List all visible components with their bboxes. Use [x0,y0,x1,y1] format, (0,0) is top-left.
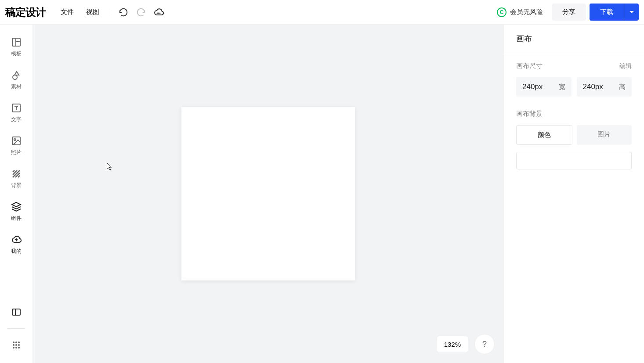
svg-point-21 [15,344,17,346]
svg-point-23 [13,347,14,349]
color-picker[interactable] [516,152,632,169]
sidebar-item-text[interactable]: 文字 [0,97,33,130]
text-icon [11,103,22,113]
redo-button[interactable] [132,4,150,21]
color-tab[interactable]: 颜色 [516,125,572,145]
sidebar-item-photo[interactable]: 照片 [0,130,33,163]
view-menu[interactable]: 视图 [80,5,105,19]
svg-line-14 [18,176,20,177]
help-button[interactable]: ? [474,334,495,354]
svg-point-19 [18,341,20,343]
share-button[interactable]: 分享 [552,4,586,21]
properties-panel: 画布 画布尺寸 编辑 240px 宽 240px 高 画布背景 [503,25,644,363]
canvas-area[interactable]: 132% ? [33,25,503,363]
header: 稿定设计 文件 视图 C 会员无风险 分享 下载 [0,0,644,25]
height-unit: 高 [619,83,626,91]
svg-point-6 [13,75,17,79]
cursor-icon [107,163,113,171]
photo-icon [11,136,22,146]
member-icon: C [497,7,507,17]
svg-line-10 [13,170,14,172]
redo-icon [136,7,146,17]
width-input[interactable]: 240px 宽 [516,77,572,97]
svg-point-25 [18,347,20,349]
sidebar-item-component[interactable]: 组件 [0,196,33,229]
grid-icon [12,341,20,349]
divider [7,328,25,329]
apps-button[interactable] [0,334,33,356]
menu-divider [110,8,110,17]
svg-point-20 [13,344,14,346]
sidebar-label: 照片 [11,149,22,156]
sidebar-label: 素材 [11,83,22,90]
svg-point-22 [18,344,20,346]
cube-icon [11,201,22,212]
member-status-text: 会员无风险 [510,8,543,16]
template-icon [11,37,22,47]
help-icon: ? [482,340,487,349]
svg-point-2 [160,13,160,13]
sidebar-label: 模板 [11,50,22,58]
shapes-icon [11,70,22,80]
image-tab[interactable]: 图片 [577,125,632,145]
height-value: 240px [583,83,619,91]
app-logo[interactable]: 稿定设计 [5,5,46,19]
height-input[interactable]: 240px 高 [577,77,632,97]
sidebar-label: 文字 [11,116,22,123]
svg-point-1 [159,13,159,13]
sidebar: 模板 素材 文字 照片 背景 组件 我的 [0,25,33,363]
chevron-down-icon [630,10,634,14]
svg-point-17 [13,341,14,343]
sidebar-item-template[interactable]: 模板 [0,32,33,65]
sidebar-label: 组件 [11,215,22,222]
sidebar-item-element[interactable]: 素材 [0,65,33,97]
svg-point-18 [15,341,17,343]
width-value: 240px [522,83,559,91]
download-dropdown[interactable] [624,4,639,21]
layers-button[interactable] [0,301,33,323]
cloud-icon [153,7,164,18]
undo-button[interactable] [115,4,132,21]
zoom-level[interactable]: 132% [437,336,468,353]
canvas[interactable] [181,107,355,280]
svg-point-24 [15,347,17,349]
background-label: 画布背景 [516,110,543,118]
svg-point-9 [14,139,16,140]
file-menu[interactable]: 文件 [54,5,80,19]
sidebar-item-mine[interactable]: 我的 [0,229,33,262]
sidebar-label: 我的 [11,248,22,255]
member-status[interactable]: C 会员无风险 [497,7,543,17]
svg-rect-15 [12,309,20,315]
svg-point-0 [157,13,158,13]
panel-title: 画布 [504,25,644,53]
cloud-button[interactable] [150,4,167,21]
upload-cloud-icon [11,234,22,245]
sidebar-label: 背景 [11,182,22,189]
background-icon [11,169,22,179]
width-unit: 宽 [559,83,565,91]
size-label: 画布尺寸 [516,62,543,70]
layers-icon [11,307,22,317]
download-button[interactable]: 下载 [590,4,624,21]
sidebar-item-background[interactable]: 背景 [0,163,33,196]
undo-icon [119,7,128,17]
edit-size-button[interactable]: 编辑 [619,62,632,70]
